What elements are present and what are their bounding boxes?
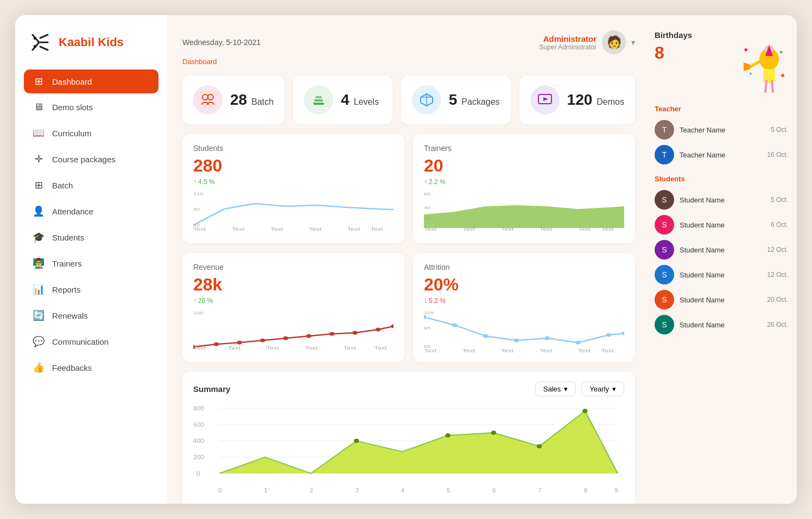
- svg-point-101: [781, 74, 784, 77]
- revenue-chart-area: 100 Text Text Text Text Text Text: [193, 309, 394, 352]
- trainers-value: 20: [424, 156, 624, 176]
- sidebar-item-demo-slots[interactable]: 🖥 Demo slots: [24, 96, 158, 119]
- svg-point-52: [606, 333, 612, 337]
- svg-marker-19: [424, 205, 624, 228]
- teacher-date: 16 Oct.: [767, 151, 788, 159]
- svg-point-36: [352, 331, 358, 335]
- sidebar-item-feedbacks[interactable]: 👍 Feedbacks: [24, 356, 158, 379]
- sidebar-item-reports[interactable]: 📊 Reports: [24, 277, 158, 301]
- demos-card-icon: [530, 85, 560, 115]
- sidebar-item-curriculum[interactable]: 📖 Curriculum: [24, 121, 158, 145]
- summary-controls: Sales ▾ Yearly ▾: [535, 382, 624, 396]
- trainers-chart-title: Trainers: [424, 144, 624, 153]
- svg-text:Text: Text: [375, 345, 387, 351]
- sidebar-item-attendance[interactable]: 👤 Attendance: [24, 199, 158, 223]
- students-chart-area: Text Text Text Text Text Text 110 60 10: [193, 190, 394, 233]
- students-trend: ↑ 4.5 %: [193, 178, 394, 186]
- student-avatar: S: [655, 290, 674, 309]
- user-info: Administrator Super Administrator: [540, 34, 597, 51]
- student-date: 26 Oct.: [767, 321, 788, 328]
- levels-number: 4: [341, 91, 350, 109]
- svg-text:Text: Text: [232, 226, 244, 232]
- svg-point-77: [537, 444, 542, 448]
- svg-line-96: [765, 81, 766, 92]
- svg-text:1: 1: [264, 488, 268, 493]
- chevron-down-icon[interactable]: ▾: [631, 38, 635, 47]
- svg-text:Text: Text: [309, 226, 321, 232]
- svg-marker-95: [744, 62, 750, 71]
- packages-number: 5: [449, 91, 458, 109]
- svg-point-49: [513, 339, 519, 343]
- teacher-date: 5 Oct.: [771, 126, 788, 134]
- sidebar-item-dashboard[interactable]: ⊞ Dashboard: [24, 69, 158, 93]
- teacher-row: T Teacher Name 16 Oct.: [655, 142, 788, 167]
- stat-card-levels: 4 Levels: [293, 75, 392, 124]
- student-name: Student Name: [680, 246, 762, 254]
- birthdays-title: Birthdays: [655, 30, 788, 40]
- logo-text: Kaabil Kids: [59, 35, 124, 49]
- sidebar-item-students[interactable]: 🎓 Students: [24, 225, 158, 249]
- sidebar-item-renewals[interactable]: 🔄 Renewals: [24, 303, 158, 327]
- svg-text:5: 5: [447, 488, 451, 493]
- svg-line-94: [750, 61, 760, 67]
- svg-text:400: 400: [193, 438, 204, 444]
- revenue-trend-arrow: ↑: [193, 297, 196, 305]
- levels-label: Levels: [354, 97, 379, 107]
- svg-point-75: [445, 433, 451, 438]
- svg-point-78: [582, 409, 588, 413]
- sidebar-item-trainers[interactable]: 👨‍🏫 Trainers: [24, 251, 158, 275]
- svg-text:Text: Text: [424, 348, 436, 352]
- batch-card-icon: [193, 85, 223, 115]
- student-name: Student Name: [680, 271, 762, 279]
- sidebar-item-communication[interactable]: 💬 Communication: [24, 330, 158, 353]
- page-header: Wednesday, 5-10-2021 Administrator Super…: [182, 30, 635, 54]
- stat-card-batch: 28 Batch: [182, 75, 284, 124]
- svg-text:600: 600: [193, 422, 204, 428]
- svg-text:Text: Text: [347, 226, 360, 232]
- svg-text:40: 40: [424, 205, 431, 210]
- svg-text:3: 3: [355, 488, 359, 493]
- svg-point-35: [329, 332, 334, 336]
- svg-rect-2: [34, 45, 36, 48]
- svg-text:Text: Text: [344, 345, 356, 351]
- student-avatar: S: [655, 240, 674, 260]
- svg-point-4: [208, 94, 213, 100]
- students-list: S Student Name 5 Oct. S Student Name 6 O…: [655, 187, 788, 337]
- svg-point-51: [575, 341, 581, 345]
- svg-text:85: 85: [424, 326, 431, 331]
- svg-point-48: [483, 334, 489, 338]
- students-section-label: Students: [655, 175, 788, 183]
- stat-cards: 28 Batch 4 Levels 5 Packages: [182, 75, 635, 124]
- demos-number: 120: [567, 91, 593, 109]
- sidebar-item-batch[interactable]: ⊞ Batch: [24, 173, 158, 197]
- trainers-chart-card: Trainers 20 ↑ 2.2 % 60 40 20 Text Text T…: [413, 134, 635, 243]
- svg-text:110: 110: [193, 192, 204, 197]
- summary-title: Summary: [193, 384, 230, 394]
- packages-card-icon: [412, 85, 441, 115]
- app-container: Kaabil Kids ⊞ Dashboard 🖥 Demo slots 📖 C…: [15, 15, 797, 504]
- batch-icon: ⊞: [33, 179, 45, 191]
- sidebar-item-course-packages[interactable]: ✛ Course packages: [24, 147, 158, 171]
- feedbacks-icon: 👍: [33, 362, 45, 374]
- svg-text:4: 4: [401, 488, 405, 493]
- svg-point-37: [376, 328, 381, 332]
- batch-info: 28 Batch: [230, 91, 274, 109]
- svg-rect-5: [313, 103, 324, 105]
- teacher-avatar: T: [655, 145, 674, 164]
- header-date: Wednesday, 5-10-2021: [182, 38, 261, 47]
- sidebar: Kaabil Kids ⊞ Dashboard 🖥 Demo slots 📖 C…: [15, 15, 167, 504]
- attrition-trend: ↓ 5.2 %: [424, 297, 624, 305]
- svg-text:9: 9: [614, 488, 618, 493]
- dropdown1-chevron: ▾: [564, 385, 568, 393]
- svg-rect-7: [315, 96, 322, 98]
- attrition-trend-arrow: ↓: [424, 297, 427, 305]
- yearly-dropdown[interactable]: Yearly ▾: [581, 382, 624, 396]
- students-icon: 🎓: [33, 231, 45, 243]
- svg-text:Text: Text: [578, 348, 591, 352]
- communication-icon: 💬: [33, 336, 45, 347]
- sales-dropdown[interactable]: Sales ▾: [535, 382, 576, 396]
- svg-text:0: 0: [196, 471, 200, 477]
- svg-text:60: 60: [424, 192, 431, 197]
- svg-text:800: 800: [193, 406, 204, 412]
- svg-text:20: 20: [424, 216, 431, 221]
